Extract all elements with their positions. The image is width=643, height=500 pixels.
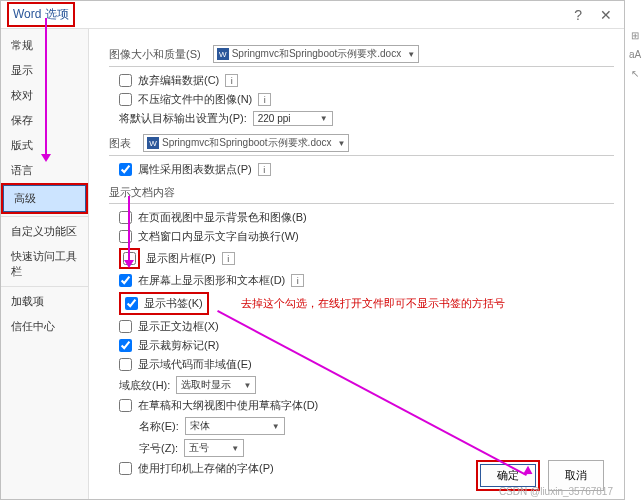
row-font-name: 名称(E): 宋体 ▼	[139, 417, 614, 435]
checkbox-bookmark[interactable]	[125, 297, 138, 310]
help-icon[interactable]: ?	[574, 7, 582, 23]
sidebar-item-proofing[interactable]: 校对	[1, 83, 88, 108]
sidebar-item-quick-access[interactable]: 快速访问工具栏	[1, 244, 88, 284]
label-discard-edit: 放弃编辑数据(C)	[138, 73, 219, 88]
chevron-down-icon: ▼	[272, 422, 280, 431]
label-crop-mark: 显示裁剪标记(R)	[138, 338, 219, 353]
label-shape-text: 在屏幕上显示图形和文本框(D)	[138, 273, 285, 288]
help-icon[interactable]: i	[258, 93, 271, 106]
right-toolbar: ⊞ aA ↖	[627, 30, 643, 79]
ok-button[interactable]: 确定	[480, 464, 536, 487]
row-auto-wrap: 文档窗口内显示文字自动换行(W)	[119, 229, 614, 244]
label-bg-color: 在页面视图中显示背景色和图像(B)	[138, 210, 307, 225]
doc-name: Springmvc和Springboot示例要求.docx	[232, 47, 402, 61]
section-image-size: 图像大小和质量(S) W Springmvc和Springboot示例要求.do…	[109, 45, 614, 67]
checkbox-auto-wrap[interactable]	[119, 230, 132, 243]
row-crop-mark: 显示裁剪标记(R)	[119, 338, 614, 353]
label-no-compress: 不压缩文件中的图像(N)	[138, 92, 252, 107]
row-bg-color: 在页面视图中显示背景色和图像(B)	[119, 210, 614, 225]
help-icon[interactable]: i	[291, 274, 304, 287]
row-discard-edit: 放弃编辑数据(C) i	[119, 73, 614, 88]
label-font-size: 字号(Z):	[139, 441, 178, 456]
word-icon: W	[217, 48, 229, 60]
word-icon: W	[147, 137, 159, 149]
checkbox-shape-text[interactable]	[119, 274, 132, 287]
section-label-text: 图表	[109, 136, 131, 151]
char-icon[interactable]: aA	[629, 49, 641, 60]
doc-name: Springmvc和Springboot示例要求.docx	[162, 136, 332, 150]
sidebar-item-save[interactable]: 保存	[1, 108, 88, 133]
row-default-target: 将默认目标输出设置为(P): 220 ppi ▼	[119, 111, 614, 126]
select-default-target[interactable]: 220 ppi ▼	[253, 111, 333, 126]
cursor-icon[interactable]: ↖	[631, 68, 639, 79]
checkbox-crop-mark[interactable]	[119, 339, 132, 352]
select-field-shading[interactable]: 选取时显示 ▼	[176, 376, 256, 394]
checkbox-no-compress[interactable]	[119, 93, 132, 106]
label-field-code: 显示域代码而非域值(E)	[138, 357, 252, 372]
select-font-size[interactable]: 五号 ▼	[184, 439, 244, 457]
panel-icon[interactable]: ⊞	[631, 30, 639, 41]
sidebar-item-trust-center[interactable]: 信任中心	[1, 314, 88, 339]
dialog-body: 常规 显示 校对 保存 版式 语言 高级 自定义功能区 快速访问工具栏 加载项 …	[1, 29, 624, 499]
checkbox-bg-color[interactable]	[119, 211, 132, 224]
row-body-border: 显示正文边框(X)	[119, 319, 614, 334]
sidebar-item-layout[interactable]: 版式	[1, 133, 88, 158]
label-prop-datapoint: 属性采用图表数据点(P)	[138, 162, 252, 177]
row-font-size: 字号(Z): 五号 ▼	[139, 439, 614, 457]
sidebar-item-display[interactable]: 显示	[1, 58, 88, 83]
sidebar-item-general[interactable]: 常规	[1, 33, 88, 58]
label-auto-wrap: 文档窗口内显示文字自动换行(W)	[138, 229, 299, 244]
chevron-down-icon: ▼	[320, 114, 328, 123]
cancel-button[interactable]: 取消	[548, 460, 604, 491]
annotation-text: 去掉这个勾选，在线打开文件即可不显示书签的方括号	[241, 296, 505, 311]
checkbox-pic-frame[interactable]	[123, 252, 136, 265]
row-no-compress: 不压缩文件中的图像(N) i	[119, 92, 614, 107]
row-pic-frame: 显示图片框(P) i	[119, 248, 614, 269]
help-icon[interactable]: i	[222, 252, 235, 265]
sidebar: 常规 显示 校对 保存 版式 语言 高级 自定义功能区 快速访问工具栏 加载项 …	[1, 29, 89, 499]
row-field-code: 显示域代码而非域值(E)	[119, 357, 614, 372]
chevron-down-icon: ▼	[338, 139, 346, 148]
section-label-text: 显示文档内容	[109, 185, 175, 200]
checkbox-body-border[interactable]	[119, 320, 132, 333]
section-doc-content: 显示文档内容	[109, 185, 614, 204]
doc-select-image[interactable]: W Springmvc和Springboot示例要求.docx ▼	[213, 45, 419, 63]
row-field-shading: 域底纹(H): 选取时显示 ▼	[119, 376, 614, 394]
label-font-name: 名称(E):	[139, 419, 179, 434]
row-prop-datapoint: 属性采用图表数据点(P) i	[119, 162, 614, 177]
checkbox-draft-font[interactable]	[119, 399, 132, 412]
checkbox-discard-edit[interactable]	[119, 74, 132, 87]
section-label-text: 图像大小和质量(S)	[109, 47, 201, 62]
sidebar-item-addins[interactable]: 加载项	[1, 289, 88, 314]
label-bookmark: 显示书签(K)	[144, 296, 203, 311]
checkbox-printer-font[interactable]	[119, 462, 132, 475]
content-panel: 图像大小和质量(S) W Springmvc和Springboot示例要求.do…	[89, 29, 624, 499]
sidebar-item-language[interactable]: 语言	[1, 158, 88, 183]
doc-select-chart[interactable]: W Springmvc和Springboot示例要求.docx ▼	[143, 134, 349, 152]
label-printer-font: 使用打印机上存储的字体(P)	[138, 461, 274, 476]
select-value: 宋体	[190, 419, 210, 433]
sidebar-item-advanced[interactable]: 高级	[3, 185, 86, 212]
close-icon[interactable]: ✕	[600, 7, 612, 23]
select-value: 220 ppi	[258, 113, 291, 124]
label-pic-frame: 显示图片框(P)	[146, 251, 216, 266]
label-body-border: 显示正文边框(X)	[138, 319, 219, 334]
select-value: 选取时显示	[181, 378, 231, 392]
label-field-shading: 域底纹(H):	[119, 378, 170, 393]
window-controls: ? ✕	[574, 7, 618, 23]
button-row: 确定 取消	[476, 460, 604, 491]
row-bookmark: 显示书签(K) 去掉这个勾选，在线打开文件即可不显示书签的方括号	[119, 292, 614, 315]
chevron-down-icon: ▼	[243, 381, 251, 390]
checkbox-prop-datapoint[interactable]	[119, 163, 132, 176]
help-icon[interactable]: i	[225, 74, 238, 87]
label-draft-font: 在草稿和大纲视图中使用草稿字体(D)	[138, 398, 318, 413]
checkbox-field-code[interactable]	[119, 358, 132, 371]
row-shape-text: 在屏幕上显示图形和文本框(D) i	[119, 273, 614, 288]
help-icon[interactable]: i	[258, 163, 271, 176]
section-chart: 图表 W Springmvc和Springboot示例要求.docx ▼	[109, 134, 614, 156]
dialog-title: Word 选项	[7, 2, 75, 27]
titlebar: Word 选项 ? ✕	[1, 1, 624, 29]
sidebar-item-customize-ribbon[interactable]: 自定义功能区	[1, 219, 88, 244]
label-default-target: 将默认目标输出设置为(P):	[119, 111, 247, 126]
select-font-name[interactable]: 宋体 ▼	[185, 417, 285, 435]
